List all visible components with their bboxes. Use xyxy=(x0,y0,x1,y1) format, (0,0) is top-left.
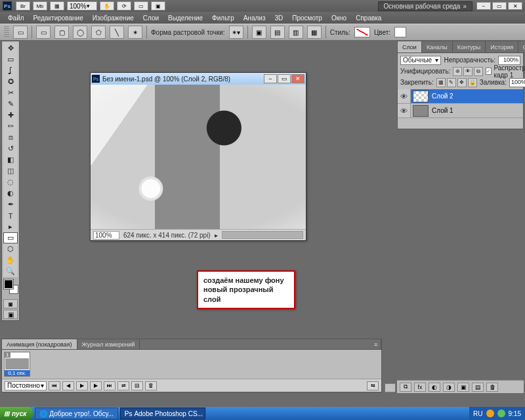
screen-mode-button[interactable]: ▣ xyxy=(151,1,165,10)
shape-ellipse-button[interactable]: ◯ xyxy=(73,26,87,39)
doc-zoom-field[interactable]: 100% xyxy=(93,231,119,240)
lock-position-icon[interactable]: ✥ xyxy=(457,78,467,87)
lock-transparent-icon[interactable]: ▦ xyxy=(436,78,446,87)
shape-preset-dropdown[interactable]: ✶▾ xyxy=(229,26,243,39)
doc-hscroll[interactable] xyxy=(222,231,303,239)
unify-vis-icon[interactable]: 👁 xyxy=(463,67,472,76)
screenmode-button[interactable]: ▣ xyxy=(3,310,18,319)
tab-layers[interactable]: Слои xyxy=(398,41,422,52)
prev-frame-button[interactable]: ◀ xyxy=(62,381,74,390)
tab-history[interactable]: История xyxy=(486,41,518,52)
tab-measurement-log[interactable]: Журнал измерений xyxy=(77,339,140,349)
window-minimize-button[interactable]: − xyxy=(476,2,491,10)
healing-tool[interactable]: ✚ xyxy=(3,110,18,121)
zoom-tool[interactable]: 🔍 xyxy=(3,266,18,277)
visibility-toggle[interactable]: 👁 xyxy=(398,89,411,103)
menu-file[interactable]: Файл xyxy=(4,13,28,23)
menu-3d[interactable]: 3D xyxy=(270,13,287,23)
color-swatches[interactable] xyxy=(3,280,18,298)
history-brush-tool[interactable]: ↺ xyxy=(3,143,18,154)
extras-button[interactable]: ▦ xyxy=(50,1,64,10)
propagate-checkbox[interactable]: ✓ xyxy=(486,68,492,75)
layer-thumbnail[interactable] xyxy=(413,91,429,102)
unify-pos-icon[interactable]: ⊕ xyxy=(453,67,462,76)
frame-duration[interactable]: 0,1 сек. xyxy=(5,370,30,376)
tool-preset-button[interactable]: ▭ xyxy=(13,26,28,39)
window-close-button[interactable]: ✕ xyxy=(508,2,522,10)
tab-animation[interactable]: Анимация (покадровая) xyxy=(2,339,77,349)
taskbar-item[interactable]: 🌐Доброе утро!. Обсу... xyxy=(35,408,117,419)
lasso-tool[interactable]: ʆ xyxy=(3,65,18,76)
menu-select[interactable]: Выделение xyxy=(164,13,207,23)
move-tool[interactable]: ✥ xyxy=(3,43,18,54)
menu-help[interactable]: Справка xyxy=(352,13,385,23)
doc-info-menu[interactable]: ▸ xyxy=(215,232,218,239)
loop-dropdown[interactable]: Постоянно▾ xyxy=(5,381,47,390)
pathop-1[interactable]: ▣ xyxy=(252,26,266,39)
first-frame-button[interactable]: ⏮ xyxy=(49,381,60,390)
menu-image[interactable]: Изображение xyxy=(89,13,138,23)
delete-frame-button[interactable]: 🗑 xyxy=(145,381,157,390)
color-picker[interactable] xyxy=(394,27,406,37)
unify-style-icon[interactable]: ⧉ xyxy=(474,67,483,76)
grip-icon[interactable] xyxy=(4,26,9,38)
doc-minimize-button[interactable]: − xyxy=(264,74,277,83)
pathop-4[interactable]: ▦ xyxy=(307,26,322,39)
tray-lang[interactable]: RU xyxy=(473,410,482,417)
marquee-tool[interactable]: ▭ xyxy=(3,54,18,65)
doc-maximize-button[interactable]: ▭ xyxy=(278,74,291,83)
layer-style-button[interactable]: fx xyxy=(414,383,426,392)
crop-tool[interactable]: ✂ xyxy=(3,87,18,98)
adjustment-layer-button[interactable]: ◑ xyxy=(443,383,455,392)
tray-icon[interactable] xyxy=(486,410,494,417)
tray-clock[interactable]: 9:15 xyxy=(509,410,521,417)
next-frame-button[interactable]: ▶ xyxy=(90,381,102,390)
shape-roundrect-button[interactable]: ▢ xyxy=(54,26,69,39)
type-tool[interactable]: T xyxy=(3,210,18,221)
start-button[interactable]: ⊞ пуск xyxy=(0,407,33,420)
lock-pixels-icon[interactable]: ✎ xyxy=(447,78,456,87)
shape-line-button[interactable]: ╲ xyxy=(110,26,124,39)
pathop-2[interactable]: ▤ xyxy=(270,26,285,39)
pen-tool[interactable]: ✒ xyxy=(3,199,18,210)
tab-paths[interactable]: Контуры xyxy=(453,41,486,52)
menu-view[interactable]: Просмотр xyxy=(288,13,326,23)
pathop-3[interactable]: ▥ xyxy=(289,26,303,39)
layer-group-button[interactable]: ▣ xyxy=(457,383,469,392)
anim-panel-menu[interactable]: ≡ xyxy=(371,339,381,349)
layer-name[interactable]: Слой 2 xyxy=(430,93,453,100)
menu-analysis[interactable]: Анализ xyxy=(240,13,270,23)
quickmask-button[interactable]: ◙ xyxy=(3,299,18,308)
layer-thumbnail[interactable] xyxy=(413,105,429,117)
bridge-button[interactable]: Br xyxy=(16,1,30,10)
menu-filter[interactable]: Фильтр xyxy=(208,13,238,23)
rotate-view-button[interactable]: ⟳ xyxy=(117,1,131,10)
fill-field[interactable]: 100% xyxy=(509,78,525,87)
layer-row[interactable]: 👁 Слой 2 xyxy=(398,89,523,104)
minibridge-button[interactable]: Mb xyxy=(33,1,47,10)
eyedropper-tool[interactable]: ✎ xyxy=(3,98,18,110)
blur-tool[interactable]: ◌ xyxy=(3,177,18,188)
document-titlebar[interactable]: Ps Без имени-1.psd @ 100% (Слой 2, RGB/8… xyxy=(91,73,306,85)
delete-layer-button[interactable]: 🗑 xyxy=(486,383,498,392)
style-picker[interactable] xyxy=(354,27,370,37)
tray-icon[interactable] xyxy=(497,410,505,417)
menu-window[interactable]: Окно xyxy=(327,13,350,23)
animation-frame[interactable]: 1 0,1 сек. xyxy=(4,352,30,377)
layer-name[interactable]: Слой 1 xyxy=(430,107,453,114)
menu-edit[interactable]: Редактирование xyxy=(30,13,87,23)
tween-button[interactable]: ⇄ xyxy=(117,381,129,390)
3d-tool[interactable]: ⬡ xyxy=(3,243,18,255)
window-restore-button[interactable]: ▭ xyxy=(492,2,507,10)
workspace-hscroll[interactable] xyxy=(385,383,396,392)
foreground-color-swatch[interactable] xyxy=(4,280,13,289)
visibility-toggle[interactable]: 👁 xyxy=(398,104,411,117)
arrange-button[interactable]: ▭ xyxy=(134,1,148,10)
shape-tool[interactable]: ▭ xyxy=(3,232,18,243)
menu-layers[interactable]: Слои xyxy=(139,13,163,23)
stamp-tool[interactable]: ⧈ xyxy=(3,132,18,143)
brush-tool[interactable]: ✏ xyxy=(3,121,18,132)
dodge-tool[interactable]: ◐ xyxy=(3,188,18,199)
hand-tool-button[interactable]: ✋ xyxy=(100,1,114,10)
document-canvas[interactable] xyxy=(91,85,306,229)
